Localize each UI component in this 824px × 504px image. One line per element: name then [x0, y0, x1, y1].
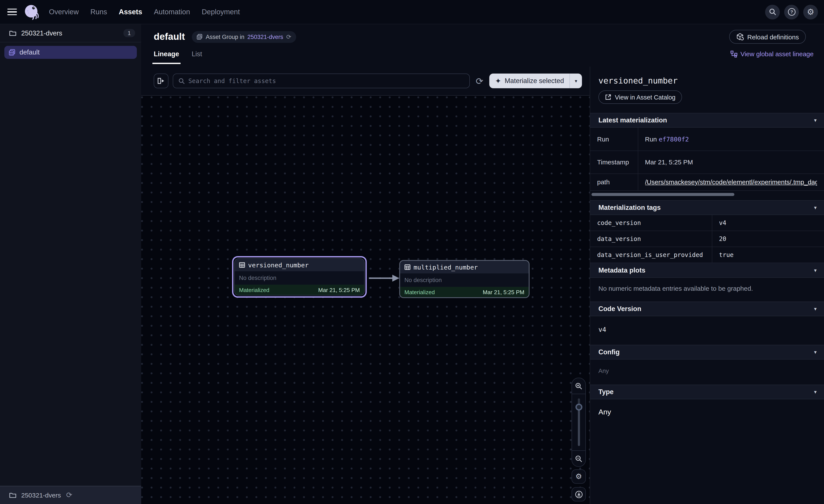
row-value: /Users/smackesey/stm/code/elementl/exper… — [638, 173, 824, 191]
chevron-down-icon: ▾ — [814, 389, 817, 395]
table-row: data_version 20 — [590, 231, 824, 247]
view-global-asset-lineage-label: View global asset lineage — [740, 50, 814, 57]
tabs-row: Lineage List View global asset lineage — [141, 46, 824, 67]
tag-key: code_version — [590, 215, 712, 231]
tag-value: v4 — [712, 215, 824, 231]
search-input[interactable] — [188, 78, 464, 84]
lineage-canvas[interactable]: versioned_number No description Material… — [141, 95, 590, 504]
chevron-down-icon: ▾ — [575, 78, 577, 84]
footer-repo-name: 250321-dvers — [21, 491, 61, 499]
materialize-dropdown-button[interactable]: ▾ — [570, 74, 582, 88]
svg-text:?: ? — [790, 9, 793, 14]
zoom-slider[interactable] — [572, 394, 586, 450]
asset-group-badge[interactable]: Asset Group in 250321-dvers ⟳ — [192, 31, 296, 43]
path-link[interactable]: /Users/smackesey/stm/code/elementl/exper… — [645, 178, 817, 185]
materialize-selected-button[interactable]: ✦ Materialize selected ▾ — [489, 74, 582, 88]
reload-definitions-button[interactable]: Reload definitions — [729, 30, 806, 44]
page-title: default — [154, 31, 185, 42]
zoom-in-button[interactable] — [572, 378, 586, 394]
asset-table-icon — [239, 262, 245, 268]
table-row: Run Run ef7800f2 — [590, 128, 824, 150]
main-area: default Asset Group in 250321-dvers ⟳ — [141, 24, 824, 504]
tag-key: data_version — [590, 231, 712, 247]
nav-assets[interactable]: Assets — [119, 8, 142, 16]
nav-automation[interactable]: Automation — [154, 8, 190, 16]
sidebar-item-default[interactable]: default — [4, 46, 137, 59]
graph-toolbar: ⟳ ✦ Materialize selected ▾ — [141, 67, 590, 95]
badge-group-link[interactable]: 250321-dvers — [247, 33, 283, 40]
chevron-down-icon: ▾ — [814, 205, 817, 211]
section-code-version[interactable]: Code Version ▾ — [590, 301, 824, 316]
reload-cube-icon — [736, 33, 744, 41]
sidebar-group-row[interactable]: 250321-dvers 1 — [0, 24, 141, 42]
refresh-icon[interactable]: ⟳ — [286, 34, 291, 40]
tab-list[interactable]: List — [192, 50, 202, 64]
view-global-asset-lineage-link[interactable]: View global asset lineage — [730, 50, 814, 57]
table-row: Timestamp Mar 21, 5:25 PM — [590, 150, 824, 173]
dagster-logo-icon[interactable] — [23, 4, 39, 20]
section-metadata-plots[interactable]: Metadata plots ▾ — [590, 263, 824, 278]
view-in-asset-catalog-button[interactable]: View in Asset Catalog — [598, 91, 682, 104]
node-description: No description — [404, 277, 442, 283]
zoom-controls — [572, 378, 586, 467]
materialize-selected-label: Materialize selected — [505, 77, 564, 85]
asset-detail-panel: versioned_number View in Asset Catalog — [590, 67, 824, 504]
horizontal-scrollbar[interactable] — [592, 193, 734, 196]
folder-icon — [9, 492, 16, 498]
section-config[interactable]: Config ▾ — [590, 345, 824, 360]
tag-value: true — [712, 247, 824, 263]
nav-runs[interactable]: Runs — [91, 8, 107, 16]
lineage-edge-arrow — [368, 272, 401, 284]
run-id-link[interactable]: ef7800f2 — [658, 136, 689, 143]
row-label: Run — [590, 128, 638, 150]
asset-node-multiplied-number[interactable]: multiplied_number No description Materia… — [399, 260, 530, 298]
sidebar: 250321-dvers 1 default — [0, 24, 141, 504]
zoom-slider-thumb[interactable] — [575, 404, 582, 410]
zoom-out-button[interactable] — [572, 450, 586, 466]
asset-node-versioned-number[interactable]: versioned_number No description Material… — [232, 256, 367, 298]
nav-deployment[interactable]: Deployment — [202, 8, 240, 16]
folder-icon — [9, 30, 16, 36]
asset-search-box — [173, 74, 470, 88]
download-image-button[interactable] — [572, 487, 586, 501]
lineage-graph-icon — [730, 50, 737, 57]
help-button[interactable]: ? — [784, 5, 799, 19]
zoom-in-icon — [575, 382, 583, 390]
section-type[interactable]: Type ▾ — [590, 385, 824, 399]
expand-panel-button[interactable] — [154, 74, 169, 88]
node-status: Materialized — [239, 287, 269, 293]
panel-asset-title: versioned_number — [598, 76, 817, 85]
settings-button[interactable]: ⚙ — [803, 5, 818, 19]
section-materialization-tags[interactable]: Materialization tags ▾ — [590, 200, 824, 215]
section-latest-materialization[interactable]: Latest materialization ▾ — [590, 113, 824, 128]
tab-lineage[interactable]: Lineage — [154, 50, 179, 64]
row-value: Run ef7800f2 — [638, 128, 824, 150]
refresh-icon[interactable]: ⟳ — [64, 491, 74, 499]
sidebar-footer[interactable]: 250321-dvers ⟳ — [0, 486, 141, 504]
gear-icon: ⚙ — [576, 473, 582, 480]
page-header: default Asset Group in 250321-dvers ⟳ — [141, 24, 824, 46]
node-timestamp: Mar 21, 5:25 PM — [483, 289, 524, 295]
refresh-graph-button[interactable]: ⟳ — [474, 76, 485, 86]
graph-settings-button[interactable]: ⚙ — [572, 469, 586, 484]
asset-table-icon — [404, 264, 410, 270]
asset-group-icon — [197, 34, 203, 40]
sidebar-group-count-badge: 1 — [123, 29, 135, 37]
download-icon — [575, 490, 583, 498]
node-description: No description — [239, 275, 277, 281]
search-icon — [769, 8, 776, 16]
chevron-down-icon: ▾ — [814, 117, 817, 123]
node-status: Materialized — [404, 289, 435, 295]
view-in-asset-catalog-label: View in Asset Catalog — [615, 94, 676, 101]
latest-materialization-table: Run Run ef7800f2 Timestamp Mar 21, 5:25 … — [590, 128, 824, 191]
hamburger-menu-icon[interactable] — [7, 9, 17, 15]
table-row: code_version v4 — [590, 215, 824, 231]
section-title: Metadata plots — [598, 266, 645, 274]
section-title: Latest materialization — [598, 116, 667, 124]
nav-overview[interactable]: Overview — [49, 8, 79, 16]
search-button[interactable] — [765, 5, 780, 19]
section-title: Code Version — [598, 305, 641, 313]
panel-toggle-icon — [157, 78, 165, 84]
search-icon — [178, 78, 185, 84]
chevron-down-icon: ▾ — [814, 267, 817, 273]
